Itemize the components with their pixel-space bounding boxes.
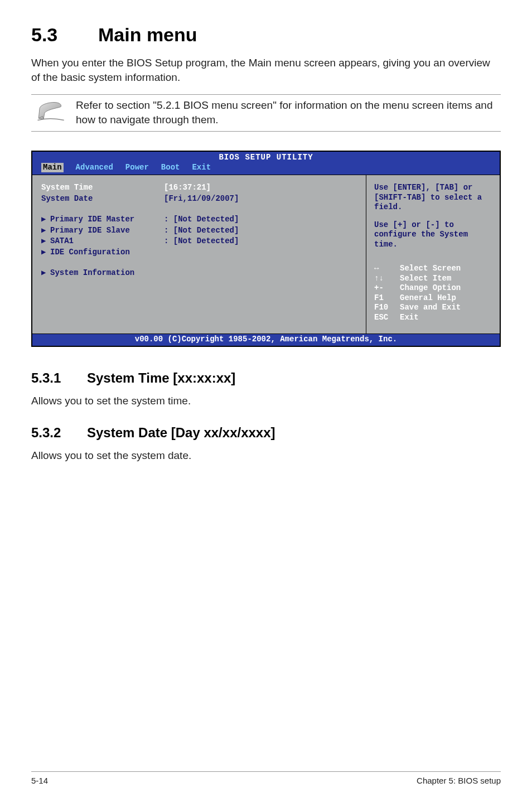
bios-screenshot: BIOS SETUP UTILITY Main Advanced Power B… xyxy=(31,151,501,347)
bios-nav-keys: ↔Select Screen ↑↓Select Item +-Change Op… xyxy=(374,264,492,322)
bios-help-text-1: Use [ENTER], [TAB] or [SHIFT-TAB] to sel… xyxy=(374,183,492,212)
note-callout: Refer to section "5.2.1 BIOS menu screen… xyxy=(31,94,501,132)
bios-item-row[interactable]: ▶ Primary IDE Slave : [Not Detected] xyxy=(41,226,357,236)
intro-paragraph: When you enter the BIOS Setup program, t… xyxy=(31,56,501,84)
nav-key: ↑↓ xyxy=(374,274,400,284)
nav-key: ESC xyxy=(374,313,400,323)
page-footer: 5-14 Chapter 5: BIOS setup xyxy=(31,771,501,786)
bios-item-value: : [Not Detected] xyxy=(164,215,239,225)
subsection-number: 5.3.2 xyxy=(31,424,87,442)
bios-system-date-row[interactable]: System Date [Fri,11/09/2007] xyxy=(41,194,357,204)
bios-item-row[interactable]: ▶ Primary IDE Master : [Not Detected] xyxy=(41,215,357,225)
nav-key: F1 xyxy=(374,293,400,303)
nav-desc: Exit xyxy=(400,313,419,323)
nav-desc: General Help xyxy=(400,293,456,303)
bios-main-panel: System Time [16:37:21] System Date [Fri,… xyxy=(32,175,366,334)
bios-help-panel: Use [ENTER], [TAB] or [SHIFT-TAB] to sel… xyxy=(366,175,500,334)
bios-item-value: : [Not Detected] xyxy=(164,226,239,236)
nav-desc: Change Option xyxy=(400,283,461,293)
system-time-label: System Time xyxy=(41,183,164,193)
bios-item-row[interactable]: ▶ IDE Configuration xyxy=(41,248,357,258)
bios-help-text-2: Use [+] or [-] to configure the System t… xyxy=(374,220,492,250)
subsection-title: System Date [Day xx/xx/xxxx] xyxy=(87,425,275,440)
bios-tab-main[interactable]: Main xyxy=(41,163,64,173)
bios-tab-advanced[interactable]: Advanced xyxy=(76,163,113,173)
nav-key: +- xyxy=(374,283,400,293)
nav-row: +-Change Option xyxy=(374,283,492,293)
bios-body: System Time [16:37:21] System Date [Fri,… xyxy=(32,175,500,334)
bios-item-label: Primary IDE Slave xyxy=(50,226,164,236)
note-text: Refer to section "5.2.1 BIOS menu screen… xyxy=(76,97,501,127)
nav-row: F10Save and Exit xyxy=(374,303,492,313)
bios-item-value: : [Not Detected] xyxy=(164,236,239,247)
bios-item-row[interactable]: ▶ SATA1 : [Not Detected] xyxy=(41,236,357,247)
bios-item-label: System Information xyxy=(50,268,164,278)
chapter-label: Chapter 5: BIOS setup xyxy=(417,775,501,786)
nav-key: F10 xyxy=(374,303,400,313)
nav-row: F1General Help xyxy=(374,293,492,303)
bios-footer: v00.00 (C)Copyright 1985-2002, American … xyxy=(32,334,500,346)
nav-row: ↔Select Screen xyxy=(374,264,492,274)
nav-row: ESCExit xyxy=(374,313,492,323)
bios-tab-power[interactable]: Power xyxy=(125,163,149,173)
bios-tab-boot[interactable]: Boot xyxy=(161,163,180,173)
subsection-body: Allows you to set the system date. xyxy=(31,448,501,463)
bios-title: BIOS SETUP UTILITY xyxy=(32,152,500,163)
subsection-body: Allows you to set the system time. xyxy=(31,394,501,408)
subsection-heading: 5.3.2System Date [Day xx/xx/xxxx] xyxy=(31,424,501,442)
nav-desc: Select Item xyxy=(400,274,451,284)
section-number: 5.3 xyxy=(31,22,98,48)
nav-desc: Select Screen xyxy=(400,264,461,274)
bios-item-label: SATA1 xyxy=(50,236,164,247)
submenu-arrow-icon: ▶ xyxy=(41,268,50,278)
submenu-arrow-icon: ▶ xyxy=(41,236,50,247)
bios-item-label: Primary IDE Master xyxy=(50,215,164,225)
system-date-value: [Fri,11/09/2007] xyxy=(164,194,239,204)
system-date-label: System Date xyxy=(41,194,164,204)
bios-tab-bar: Main Advanced Power Boot Exit xyxy=(32,163,500,175)
nav-key: ↔ xyxy=(374,264,400,274)
submenu-arrow-icon: ▶ xyxy=(41,248,50,258)
pencil-note-icon xyxy=(31,97,76,123)
subsection-title: System Time [xx:xx:xx] xyxy=(87,370,235,385)
submenu-arrow-icon: ▶ xyxy=(41,215,50,225)
nav-desc: Save and Exit xyxy=(400,303,461,313)
page-number: 5-14 xyxy=(31,775,48,786)
bios-item-label: IDE Configuration xyxy=(50,248,164,258)
nav-row: ↑↓Select Item xyxy=(374,274,492,284)
system-time-value: [16:37:21] xyxy=(164,183,211,193)
section-title: Main menu xyxy=(98,24,197,45)
bios-tab-exit[interactable]: Exit xyxy=(192,163,211,173)
bios-item-row[interactable]: ▶ System Information xyxy=(41,268,357,278)
bios-system-time-row[interactable]: System Time [16:37:21] xyxy=(41,183,357,193)
subsection-heading: 5.3.1System Time [xx:xx:xx] xyxy=(31,369,501,387)
subsection-number: 5.3.1 xyxy=(31,369,87,387)
submenu-arrow-icon: ▶ xyxy=(41,226,50,236)
section-heading: 5.3Main menu xyxy=(31,22,501,48)
